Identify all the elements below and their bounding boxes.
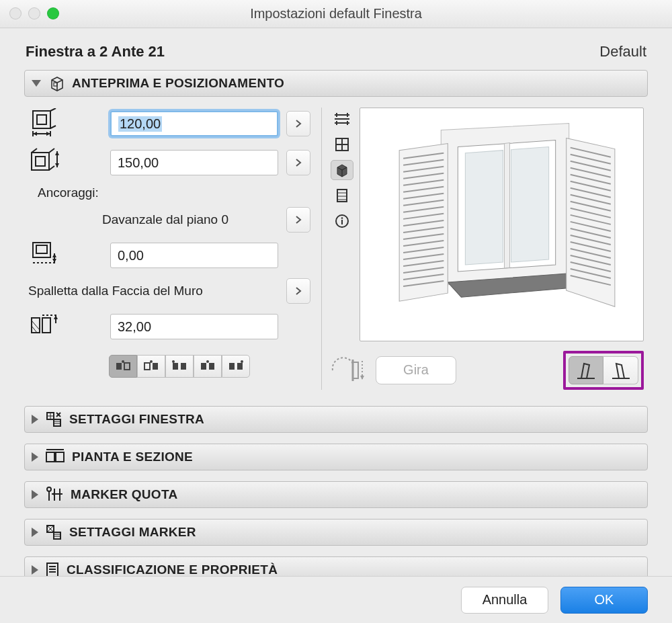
anchor-toggle-2[interactable] — [137, 355, 165, 378]
section-label: SETTAGGI FINESTRA — [69, 412, 204, 427]
preview-3d-view[interactable] — [360, 108, 644, 341]
preset-label[interactable]: Default — [599, 43, 646, 60]
window-settings-icon — [45, 411, 62, 428]
width-value: 120,00 — [118, 116, 162, 132]
svg-marker-115 — [616, 364, 624, 378]
svg-line-13 — [49, 166, 54, 170]
svg-rect-39 — [209, 363, 214, 370]
svg-rect-38 — [201, 363, 206, 370]
dimension-marker-icon — [45, 486, 64, 503]
section-window-settings[interactable]: SETTAGGI FINESTRA — [24, 406, 648, 433]
svg-point-59 — [341, 217, 343, 219]
flip-wall-icon — [329, 356, 366, 385]
svg-rect-26 — [42, 318, 50, 333]
svg-line-24 — [32, 321, 40, 330]
svg-marker-15 — [55, 163, 59, 167]
svg-marker-111 — [360, 376, 364, 380]
svg-rect-32 — [144, 363, 150, 370]
reveal-section-icon — [28, 310, 60, 343]
anchor-toggle-3[interactable] — [165, 355, 194, 378]
svg-rect-123 — [56, 452, 64, 462]
svg-rect-41 — [229, 363, 235, 370]
anchor-value-input[interactable]: 0,00 — [110, 243, 278, 268]
section-plan-section[interactable]: PIANTA E SEZIONE — [24, 444, 648, 470]
view-info-icon[interactable] — [331, 211, 353, 231]
disclosure-down-icon — [32, 80, 41, 87]
svg-rect-4 — [37, 115, 46, 124]
minimize-window-button[interactable] — [28, 7, 40, 19]
reveal-stepper[interactable] — [286, 278, 310, 304]
svg-rect-30 — [124, 363, 130, 370]
svg-point-125 — [47, 487, 51, 491]
vertical-separator — [321, 108, 322, 390]
svg-marker-63 — [505, 143, 510, 268]
cancel-button[interactable]: Annulla — [461, 587, 548, 614]
view-elevation-icon[interactable] — [331, 109, 353, 129]
section-dimension-marker[interactable]: MARKER QUOTA — [24, 481, 648, 508]
view-section-icon[interactable] — [331, 185, 353, 206]
svg-rect-33 — [153, 363, 158, 370]
svg-marker-65 — [511, 147, 549, 262]
cancel-label: Annulla — [482, 592, 528, 608]
height-dimension-icon — [28, 147, 60, 179]
anchors-label: Ancoraggi: — [28, 185, 310, 200]
anchor-toggle-1[interactable] — [109, 355, 137, 378]
plan-section-icon — [45, 448, 65, 466]
subheader: Finestra a 2 Ante 21 Default — [0, 28, 672, 70]
window-controls — [9, 7, 59, 19]
opening-side-out[interactable] — [603, 356, 638, 384]
width-input[interactable]: 120,00 — [110, 111, 278, 136]
svg-point-40 — [206, 360, 209, 363]
view-plan-icon[interactable] — [331, 134, 353, 155]
height-stepper[interactable] — [286, 150, 310, 175]
ok-button[interactable]: OK — [560, 587, 648, 614]
svg-marker-28 — [54, 315, 58, 319]
svg-rect-134 — [54, 532, 60, 539]
width-dimension-icon — [28, 108, 60, 140]
svg-rect-42 — [237, 363, 243, 370]
flip-button: Gira — [376, 356, 456, 384]
view-3d-icon[interactable] — [331, 160, 353, 180]
window-title: Impostazioni default Finestra — [250, 6, 422, 22]
height-value: 150,00 — [118, 155, 159, 171]
opening-side-in[interactable] — [569, 356, 603, 384]
anchor-toggle-5[interactable] — [222, 355, 250, 378]
height-input[interactable]: 150,00 — [110, 150, 278, 175]
svg-marker-113 — [581, 364, 589, 378]
ok-label: OK — [595, 592, 614, 608]
anchor-point-toggle-group — [109, 355, 310, 378]
disclosure-right-icon — [32, 452, 38, 462]
svg-marker-64 — [465, 151, 503, 265]
svg-rect-119 — [54, 419, 60, 426]
svg-point-34 — [150, 360, 153, 363]
svg-point-43 — [241, 360, 243, 363]
anchor-mode-label: Davanzale dal piano 0 — [102, 212, 228, 227]
svg-marker-19 — [52, 253, 56, 257]
svg-rect-122 — [46, 452, 54, 462]
svg-rect-29 — [116, 363, 122, 370]
svg-line-12 — [49, 149, 54, 153]
svg-line-6 — [50, 126, 56, 128]
reveal-value: 32,00 — [118, 319, 151, 335]
anchor-toggle-4[interactable] — [194, 355, 222, 378]
zoom-window-button[interactable] — [47, 7, 59, 19]
svg-rect-10 — [36, 157, 45, 166]
section-label: SETTAGGI MARKER — [69, 525, 196, 540]
view-mode-column — [329, 108, 355, 341]
reveal-value-input[interactable]: 32,00 — [110, 314, 278, 339]
svg-rect-3 — [33, 111, 50, 128]
section-preview-header[interactable]: ANTEPRIMA E POSIZIONAMENTO — [24, 70, 648, 97]
svg-marker-20 — [52, 259, 56, 263]
section-marker-settings[interactable]: SETTAGGI MARKER — [24, 519, 648, 546]
width-stepper[interactable] — [286, 111, 310, 136]
preview-panel: 120,00 — [24, 97, 648, 402]
svg-rect-36 — [181, 363, 186, 370]
close-window-button[interactable] — [9, 7, 22, 19]
section-label: CLASSIFICAZIONE E PROPRIETÀ — [67, 563, 278, 577]
titlebar: Impostazioni default Finestra — [0, 0, 672, 28]
svg-rect-35 — [173, 363, 178, 370]
anchor-mode-stepper[interactable] — [286, 207, 310, 233]
sill-anchor-icon — [28, 239, 60, 272]
flip-button-label: Gira — [403, 362, 429, 378]
svg-marker-14 — [55, 151, 59, 155]
